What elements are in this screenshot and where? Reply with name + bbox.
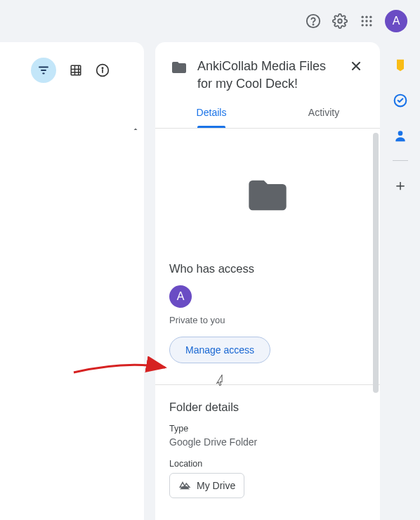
help-icon[interactable] (305, 13, 322, 30)
svg-point-5 (369, 16, 372, 18)
account-avatar[interactable]: A (385, 10, 407, 32)
svg-point-1 (313, 24, 313, 25)
svg-point-6 (362, 20, 364, 22)
info-icon[interactable] (96, 63, 110, 77)
location-chip[interactable]: My Drive (169, 473, 244, 498)
apps-grid-icon[interactable] (358, 13, 375, 30)
file-list-panel (0, 42, 144, 520)
folder-details-title: Folder details (169, 401, 366, 414)
location-chip-label: My Drive (197, 480, 235, 491)
side-panel: ＋ (380, 42, 420, 520)
svg-point-4 (365, 16, 367, 18)
contacts-icon[interactable] (393, 128, 408, 143)
divider (155, 384, 380, 385)
manage-access-button[interactable]: Manage access (169, 337, 270, 363)
keep-icon[interactable] (393, 58, 408, 73)
collapse-caret-icon[interactable] (131, 124, 140, 136)
filter-button[interactable] (31, 58, 56, 83)
svg-point-2 (338, 19, 342, 23)
svg-point-9 (362, 24, 364, 26)
svg-point-8 (369, 20, 372, 22)
folder-icon (171, 59, 188, 76)
add-addon-icon[interactable]: ＋ (393, 178, 408, 193)
tab-activity[interactable]: Activity (268, 107, 380, 128)
location-label: Location (169, 459, 366, 469)
svg-point-10 (365, 24, 367, 26)
svg-point-3 (362, 16, 364, 18)
svg-point-14 (102, 67, 103, 68)
owner-avatar: A (169, 285, 192, 308)
svg-rect-12 (71, 65, 81, 75)
tasks-icon[interactable] (393, 93, 408, 108)
grid-view-icon[interactable] (69, 63, 83, 77)
folder-preview (155, 129, 380, 262)
close-icon[interactable] (348, 58, 365, 74)
type-label: Type (169, 424, 366, 434)
settings-gear-icon[interactable] (332, 13, 348, 30)
svg-point-11 (369, 24, 372, 26)
access-section-title: Who has access (169, 262, 366, 275)
svg-point-16 (398, 131, 402, 136)
type-value: Google Drive Folder (169, 436, 366, 448)
tab-details[interactable]: Details (155, 107, 268, 128)
scrollbar[interactable] (373, 133, 379, 393)
access-status: Private to you (169, 315, 366, 325)
panel-title: AnkiCollab Media Files for my Cool Deck! (197, 58, 338, 93)
side-divider (393, 160, 408, 161)
svg-point-7 (365, 20, 367, 22)
details-panel: AnkiCollab Media Files for my Cool Deck!… (155, 42, 380, 520)
